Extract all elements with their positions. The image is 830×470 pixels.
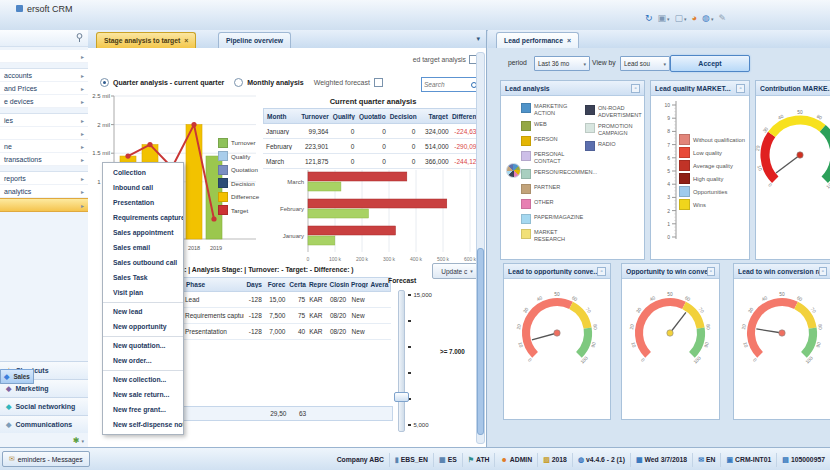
forecast-slider-track[interactable] — [398, 290, 405, 432]
toolbar-icon[interactable]: ▣ — [658, 11, 670, 26]
toolbar-icon[interactable]: ▢ — [675, 11, 687, 26]
sidebar-nav-item[interactable]: ne ▸ — [0, 140, 88, 153]
context-menu-item[interactable]: New sale return... — [103, 387, 183, 402]
sidebar-group-item[interactable]: ◆ Social networking — [0, 397, 88, 415]
context-menu-item[interactable]: Sales outbound call — [103, 255, 183, 270]
svg-text:10: 10 — [742, 342, 749, 349]
status-icon: ◍ — [578, 456, 584, 464]
table-row[interactable]: Lead -128 15,00 75 KAR 08/20 New — [183, 292, 391, 308]
pin-icon[interactable] — [76, 33, 83, 43]
minimize-icon[interactable]: ▫ — [736, 84, 745, 93]
table-header-row: MonthTurnoverQualifyQuotatioDecisionTarg… — [263, 108, 483, 124]
legend-swatch — [218, 138, 228, 148]
table-row[interactable]: Presentatation -128 7,000 40 KAR 08/20 N… — [183, 324, 391, 340]
contribution-card: Contribution MARKE... ▫ 0102030405060708… — [755, 80, 830, 260]
legend-item: Decision — [218, 177, 259, 191]
sidebar-nav-item[interactable]: and Prices ▸ — [0, 82, 88, 95]
scrollbar-thumb[interactable] — [477, 248, 484, 435]
sidebar-nav-item[interactable]: accounts ▸ — [0, 68, 88, 82]
svg-text:60: 60 — [571, 295, 578, 302]
context-menu-item[interactable]: Sales appointment — [103, 225, 183, 240]
context-menu-item[interactable]: Visit plan — [103, 285, 183, 300]
table-row[interactable]: February 223,901 0 0 0 514,000 -290,099 — [263, 139, 483, 154]
column-header: Turnover — [297, 113, 332, 120]
table-row[interactable]: March 121,875 0 0 0 366,000 -244,125 — [263, 154, 483, 169]
tab-lead-performance[interactable]: Lead performance × — [496, 32, 579, 48]
forecast-slider-handle[interactable] — [394, 392, 409, 402]
current-quarter-title: Current quarter analysis — [263, 97, 483, 106]
context-menu-item[interactable]: Sales Task — [103, 270, 183, 285]
context-menu-item[interactable]: New order... — [103, 353, 183, 368]
sidebar-nav-item[interactable]: ▸ — [0, 50, 88, 63]
toolbar-icon[interactable]: ◍ — [702, 11, 713, 26]
period-label: period — [508, 59, 527, 66]
context-menu-item[interactable]: New self-dispense note — [103, 417, 183, 432]
toolbar-icon[interactable]: ◕ — [692, 11, 697, 25]
legend-label: WEB — [534, 121, 547, 128]
gear-icon[interactable]: ✱ — [73, 436, 84, 445]
weighted-forecast-checkbox[interactable] — [374, 78, 383, 87]
sidebar-group-item[interactable]: ◆ Communications — [0, 415, 88, 433]
minimize-icon[interactable]: ▫ — [707, 267, 715, 276]
context-menu-item[interactable]: Presentation — [103, 195, 183, 210]
context-menu-item[interactable]: New free grant... — [103, 402, 183, 417]
monthly-analysis-radio[interactable] — [234, 78, 243, 87]
lead-to-win-card: Lead to win conversion rat... ▫ 01020304… — [733, 263, 830, 420]
context-menu-item[interactable]: Sales email — [103, 240, 183, 255]
context-menu-item[interactable]: New collection... — [103, 370, 183, 387]
quarter-analysis-radio[interactable] — [100, 78, 109, 87]
tab-stage-analysis[interactable]: Stage analysis to target × — [96, 32, 196, 48]
column-header: Qualify — [332, 113, 358, 120]
status-label: 105000957 — [791, 456, 825, 463]
minimize-icon[interactable]: ▫ — [819, 267, 827, 276]
toolbar-icon[interactable]: ↻ — [645, 11, 653, 25]
context-menu-item[interactable]: New quotation... — [103, 336, 183, 353]
context-menu-item[interactable]: Requirements capture — [103, 210, 183, 225]
reminders-button[interactable]: ✉ eminders - Messages — [2, 451, 90, 467]
sidebar-nav-item[interactable]: transactions ▸ — [0, 153, 88, 166]
toolbar-icon[interactable]: ✎ — [718, 11, 726, 25]
close-icon[interactable]: × — [184, 37, 188, 44]
table-body: January 99,364 0 0 0 324,000 -224,636 Fe… — [263, 124, 483, 169]
table-row[interactable]: January 99,364 0 0 0 324,000 -224,636 — [263, 124, 483, 139]
sidebar-nav-item[interactable]: e devices ▸ — [0, 95, 88, 108]
update-button[interactable]: Update c ▾ — [432, 263, 482, 279]
search-input[interactable] — [422, 81, 470, 88]
sidebar-nav-item[interactable]: reports ▸ — [0, 171, 88, 185]
quarter-analysis-label: Quarter analysis - current quarter — [113, 79, 224, 86]
group-icon: ◆ — [6, 421, 11, 429]
context-menu-item[interactable]: New opportunity — [103, 319, 183, 334]
vertical-scrollbar[interactable] — [476, 52, 485, 444]
app-title: ersoft CRM — [27, 4, 73, 14]
column-header: Forec — [264, 281, 287, 288]
legend-item: PERSON — [521, 136, 579, 146]
contribution-gauge: 0102030405060708090100 — [754, 109, 830, 202]
accept-button[interactable]: Accept — [670, 55, 750, 72]
minimize-icon[interactable]: ▫ — [631, 84, 640, 93]
legend-label: Quotation — [231, 166, 258, 173]
envelope-icon: ✉ — [9, 455, 15, 463]
context-menu-item[interactable]: Collection — [103, 165, 183, 180]
status-icon: ▦ — [636, 456, 643, 464]
close-icon[interactable]: × — [567, 37, 571, 44]
context-menu-item[interactable]: New lead — [103, 302, 183, 319]
sidebar-group-item[interactable]: ◆ Sales — [0, 369, 34, 384]
status-icon: ☻ — [500, 456, 507, 463]
svg-text:500 k: 500 k — [437, 256, 450, 262]
tick-dot — [408, 346, 411, 349]
sidebar-nav-item[interactable]: ies ▸ — [0, 113, 88, 127]
svg-text:90: 90 — [703, 341, 710, 348]
sidebar-nav-item[interactable]: ▸ — [0, 198, 88, 212]
sidebar-nav-item[interactable]: ▸ — [0, 127, 88, 140]
tab-overflow-icon[interactable]: ▾ — [476, 35, 480, 43]
viewby-select[interactable]: Lead sou ▾ — [620, 56, 670, 71]
sidebar-nav-item[interactable]: analytics ▸ — [0, 185, 88, 198]
context-menu-item[interactable]: Inbound call — [103, 180, 183, 195]
chevron-right-icon: ▸ — [81, 156, 84, 163]
table-row[interactable]: Requirements capture -128 7,500 75 KAR 0… — [183, 308, 391, 324]
monthly-analysis-label: Monthly analysis — [247, 79, 303, 86]
minimize-icon[interactable]: ▫ — [597, 267, 606, 276]
tab-pipeline-overview[interactable]: Pipeline overview — [218, 32, 291, 48]
period-select[interactable]: Last 36 mo ▾ — [534, 56, 590, 71]
svg-text:10: 10 — [756, 165, 763, 172]
